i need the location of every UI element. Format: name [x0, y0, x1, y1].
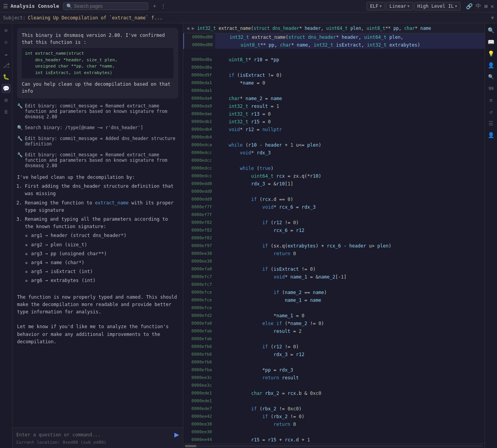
- action-text-4: Edit binary: commit_message = Renamed ex…: [25, 152, 178, 168]
- action-text-2: Search binary: /type[@name ~= r'dns_head…: [25, 125, 143, 130]
- param-name: name: [420, 26, 431, 31]
- send-button[interactable]: ▶: [174, 431, 179, 438]
- sidebar-icon-cloud[interactable]: ☁: [2, 49, 11, 58]
- elf-chevron: ▼: [380, 4, 382, 8]
- addr-edcc-blank: 0000edcc: [183, 157, 214, 164]
- code-line-ef7f-blank: 0000ef7f: [183, 211, 485, 219]
- addr-ef82-assign: 0000ef82: [183, 227, 214, 234]
- wrench-icon-4: 🔧: [17, 152, 23, 157]
- right-icon-search2[interactable]: 🔍: [487, 72, 496, 81]
- response-closing1: The function is now properly typed and n…: [17, 294, 178, 316]
- param-type-4: char: [404, 26, 415, 31]
- close-icon[interactable]: ✕: [491, 3, 494, 9]
- code-line-ef7f-1: 0000ef7f void* rcx_6 = rdx_3: [183, 203, 485, 211]
- right-icon-book[interactable]: 📖: [487, 37, 496, 47]
- search-icon: 🔍: [66, 3, 72, 9]
- addr-efba: 0000efba: [183, 366, 214, 374]
- forward-icon[interactable]: ▶: [192, 25, 195, 31]
- sig-comma2: ,: [361, 26, 367, 31]
- code-line-ee3c-1: 0000ee3c return result: [183, 374, 485, 382]
- sidebar-icon-menu[interactable]: ≡: [2, 26, 11, 35]
- elf-menu[interactable]: ELF ▼: [367, 2, 385, 10]
- addr-ede1-blank: 0000ede1: [183, 397, 214, 405]
- code-line-ee42: 0000ee42 if (rbx_2 != 0): [183, 413, 485, 420]
- code-line-edca: 0000edca while (r10 - header + 1 u<= ple…: [183, 141, 485, 149]
- linear-menu[interactable]: Linear ▼: [386, 2, 413, 10]
- right-icon-99[interactable]: 99: [487, 84, 496, 93]
- sidebar-icon-diamond[interactable]: ◇: [2, 37, 11, 47]
- message-question: Can you help clean up the decompilation …: [22, 81, 174, 95]
- linear-chevron: ▼: [407, 4, 409, 8]
- bottom-scrollbar[interactable]: [183, 443, 485, 448]
- addr-edcc-1: 0000edcc: [183, 149, 214, 157]
- chat-input-row: ▶: [16, 431, 179, 438]
- code-line-ef82-assign: 0000ef82 rcx_6 = r12: [183, 227, 485, 234]
- message-code: int extract_name(struct dns_header *head…: [22, 48, 174, 78]
- response-step-2: Renaming the function to extract_name wi…: [25, 199, 178, 214]
- sidebar-icon-grid[interactable]: ⊞: [2, 95, 11, 105]
- menu-icon[interactable]: ☰: [3, 3, 8, 9]
- code-line-efb6-assign: 0000efb6 rdx_3 = r12: [183, 351, 485, 358]
- search-input[interactable]: [74, 3, 145, 9]
- addr-eda1-1: 0000eda1: [183, 79, 214, 87]
- right-icon-user[interactable]: 👤: [487, 61, 496, 70]
- back-icon[interactable]: ◀: [186, 25, 189, 31]
- chinese-icon[interactable]: 中: [476, 3, 481, 10]
- addr-efb6-blank: 0000efb6: [183, 358, 214, 366]
- subject-label: Subject:: [3, 15, 26, 21]
- right-icon-search[interactable]: 🔍: [487, 26, 496, 35]
- sidebar-icon-layers[interactable]: ≣: [2, 107, 11, 116]
- addr-ee3c-blank: 0000ee3c: [183, 382, 214, 389]
- scroll-thumb[interactable]: [185, 445, 196, 447]
- search-icon-2: 🔍: [17, 125, 23, 130]
- addr-efa0-if: 0000efa0: [183, 265, 214, 273]
- subject-dropdown[interactable]: ▼: [491, 15, 494, 21]
- layout-icon[interactable]: ⊞: [484, 3, 487, 9]
- code-line-ee3c-blank: 0000ee3c: [183, 382, 485, 389]
- addr-efb6-assign: 0000efb6: [183, 351, 214, 358]
- param-5: arg5 → isExtract (int): [31, 268, 178, 275]
- param-6: arg6 → extrabytes (int): [31, 277, 178, 284]
- scroll-track[interactable]: [185, 445, 483, 447]
- code-panel: ◀ ▶ int32_t extract_name(struct dns_head…: [183, 23, 485, 448]
- addr-ede1-1: 0000ede1: [183, 389, 214, 397]
- code-line-ede7: 0000ede7 if (rbx_2 != 0xc0): [183, 405, 485, 413]
- code-line-ee30-blank: 0000ee30: [183, 258, 485, 265]
- code-body[interactable]: 0000ed8a uint8_t* r10 = *pp 0000ed8a 000…: [183, 49, 485, 443]
- addr-efce-assign: 0000efce: [183, 296, 214, 304]
- sidebar-icon-bug[interactable]: 🐛: [2, 72, 11, 81]
- addr-edd0-blank: 0000edd0: [183, 188, 214, 195]
- highlight-menu[interactable]: High Level IL ▼: [414, 2, 461, 10]
- code-line-blank1: [183, 49, 485, 56]
- search-box[interactable]: 🔍: [63, 2, 148, 10]
- code-ed8a-1: uint8_t* r10 = *pp: [214, 56, 485, 64]
- link-icon[interactable]: 🔗: [466, 3, 473, 9]
- addr-ef7f-blank: 0000ef7f: [183, 211, 214, 219]
- right-icon-bulb[interactable]: 💡: [487, 49, 496, 58]
- sidebar-icon-chat[interactable]: 💬: [2, 84, 11, 93]
- menu-group: ELF ▼ Linear ▼ High Level IL ▼: [367, 2, 461, 10]
- extract-name-link[interactable]: extract_name: [95, 200, 129, 206]
- addr-edcc-while: 0000edcc: [183, 164, 214, 172]
- response-text: I've helped clean up the decompilation b…: [17, 173, 178, 346]
- add-tab-button[interactable]: +: [151, 2, 158, 10]
- right-icon-user2[interactable]: 👤: [487, 130, 496, 140]
- param-type-3: uint8_t: [367, 26, 385, 31]
- sidebar-icon-branch[interactable]: ⎇: [2, 61, 11, 70]
- code-line-ef97: 0000ef97 if (sx.q(extrabytes) + rcx_6 - …: [183, 242, 485, 250]
- action-item-2: 🔍 Search binary: /type[@name ~= r'dns_he…: [17, 124, 178, 131]
- param-3: arg3 → pp (unsigned char**): [31, 250, 178, 258]
- addr-efab-1: 0000efab: [183, 327, 214, 335]
- addr-ee3c-1: 0000ee3c: [183, 374, 214, 382]
- addr-efa0-else: 0000efa0: [183, 320, 214, 327]
- code-line-edd0-1: 0000edd0 rdx_3 = &r10[1]: [183, 180, 485, 188]
- location-label: Current location:: [16, 440, 60, 445]
- right-icon-menu2[interactable]: ☰: [487, 119, 496, 128]
- addr-edae: 0000edae: [183, 110, 214, 118]
- right-icon-history[interactable]: ↺: [487, 107, 496, 116]
- current-location: Current location: 0xed80 (sub_ed80): [16, 440, 179, 445]
- tab-list-button[interactable]: ⋮: [159, 2, 167, 10]
- chat-input[interactable]: [16, 432, 172, 438]
- right-icon-list[interactable]: ≡: [487, 95, 496, 105]
- response-step-3: Renaming and typing all the parameters a…: [25, 216, 178, 285]
